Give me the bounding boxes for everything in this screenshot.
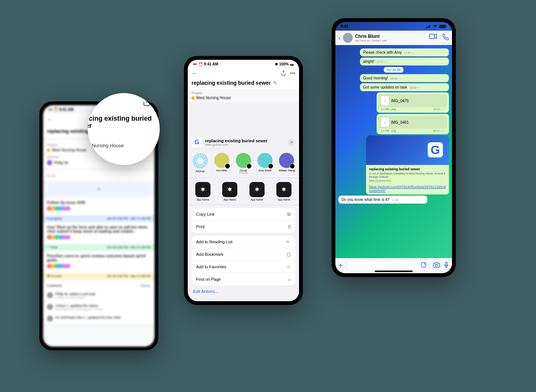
contact-sub[interactable]: tap here for contact info bbox=[355, 39, 387, 42]
task-item[interactable]: Prioritize users in sprint reviews outco… bbox=[43, 250, 154, 273]
status-bar: •••⏰9:41 AM ✱100%▬ bbox=[188, 60, 299, 68]
share-target[interactable]: Ken Mills bbox=[212, 153, 231, 174]
share-target[interactable]: Group2 People bbox=[234, 153, 252, 174]
action-icon: ⎙ bbox=[288, 224, 291, 229]
share-app[interactable]: App Name bbox=[218, 182, 242, 201]
contact-name[interactable]: Chris Blunt bbox=[355, 34, 387, 39]
share-app[interactable]: App Name bbox=[272, 182, 296, 201]
app-icon bbox=[222, 182, 237, 197]
edit-icon[interactable]: ✎ bbox=[273, 80, 277, 86]
todo-label: To-do bbox=[47, 174, 151, 177]
voice-call-icon[interactable] bbox=[442, 34, 449, 42]
sheet-action[interactable]: Print⎙ bbox=[192, 221, 295, 233]
share-app[interactable]: App Name bbox=[191, 182, 215, 201]
task-item[interactable]: Follow Up Issue #240 bbox=[43, 197, 154, 215]
sheet-action[interactable]: Add Bookmark▢ bbox=[192, 248, 295, 261]
share-icon[interactable] bbox=[281, 70, 286, 77]
comment-item[interactable]: On SubTask2 Mia C. updated the Due Date bbox=[43, 313, 154, 324]
page-title: replacing existing buried sewer ✎ bbox=[188, 78, 299, 89]
action-icon: ▢ bbox=[287, 252, 291, 257]
message-out[interactable]: Please check with Amy17:47✓✓ bbox=[360, 48, 449, 56]
task-status: ⦿ On holdOct 20 3:30 PM - Dec 9 4:30 PM bbox=[43, 273, 154, 279]
link-url[interactable]: https://gobuid.com/5476240/buckets/29791… bbox=[366, 184, 449, 194]
chat-header: ‹ Chris Blunt tap here for contact info bbox=[335, 31, 452, 45]
avatar bbox=[47, 160, 52, 165]
close-icon[interactable]: ✕ bbox=[288, 138, 295, 146]
link-image bbox=[366, 135, 449, 165]
more-icon[interactable]: ••• bbox=[156, 98, 160, 109]
message-input[interactable] bbox=[346, 260, 430, 271]
link-preview[interactable]: replacing existing buried sewer (1 out o… bbox=[366, 135, 449, 194]
sheet-action[interactable]: Find on Page⌕ bbox=[192, 273, 295, 285]
share-target[interactable]: William Wang bbox=[277, 153, 296, 174]
file-attachment[interactable]: ↓IMG_0481 2.8 MB · png10:15 ✓✓ bbox=[377, 114, 449, 134]
status-bar: 9:41 bbox=[335, 22, 452, 31]
message-out[interactable]: alright!17:47✓✓ bbox=[360, 58, 449, 65]
share-target[interactable]: Amy Shark bbox=[256, 153, 274, 174]
sheet-action[interactable]: Copy Link⧉ bbox=[192, 208, 295, 221]
svg-rect-4 bbox=[421, 263, 426, 267]
magnifier-overlay: •• ⏰ 9:41 AM✱ 100% ▬ ← ••• replacing exi… bbox=[88, 93, 160, 165]
camera-icon[interactable] bbox=[433, 262, 440, 270]
action-icon: ⌕ bbox=[288, 277, 291, 282]
task-item[interactable]: User filled up the form and able to save… bbox=[43, 222, 154, 244]
sheet-action[interactable]: Add to Favorites☆ bbox=[192, 261, 295, 273]
message-in[interactable]: Do you know what time is it?11:40 bbox=[338, 196, 427, 204]
app-icon bbox=[249, 182, 265, 197]
task-status: In progressOct 20 3:30 PM - Dec 9 4:30 P… bbox=[43, 215, 154, 222]
sheet-action[interactable]: Add to Reading Listᯅ bbox=[192, 236, 295, 248]
history-link[interactable]: History bbox=[140, 284, 151, 288]
phone-share-sheet: •••⏰9:41 AM ✱100%▬ ← ••• replacing exist… bbox=[184, 56, 303, 305]
share-app[interactable]: App Name bbox=[245, 182, 269, 201]
action-icon: ᯅ bbox=[286, 239, 291, 244]
home-indicator[interactable] bbox=[375, 271, 413, 272]
back-icon[interactable]: ← bbox=[192, 70, 198, 77]
svg-rect-3 bbox=[430, 34, 435, 39]
chat-body: Please check with Amy17:47✓✓ alright!17:… bbox=[335, 45, 452, 263]
download-icon[interactable]: ↓ bbox=[381, 118, 389, 127]
project-label: Project bbox=[188, 89, 299, 96]
more-icon[interactable]: ••• bbox=[290, 70, 295, 77]
app-icon bbox=[276, 182, 291, 197]
task-status: ✓ DoneOct 20 3:30 PM - Dec 9 4:30 PM bbox=[43, 244, 154, 250]
svg-point-5 bbox=[435, 264, 438, 266]
sheet-url: www.gobuid.com bbox=[205, 143, 285, 146]
app-logo-icon: G bbox=[192, 137, 202, 148]
add-task-button[interactable]: + bbox=[47, 183, 151, 195]
action-icon: ☆ bbox=[287, 264, 291, 269]
comment-label: Comment bbox=[47, 284, 62, 288]
comment-item[interactable]: Philip W. added a sub taskFollow Up Issu… bbox=[43, 290, 154, 302]
date-separator: Fri, Jul 26 bbox=[384, 67, 403, 73]
action-icon: ⧉ bbox=[287, 212, 291, 217]
sticker-icon[interactable] bbox=[421, 262, 427, 269]
mic-icon[interactable] bbox=[444, 262, 449, 270]
file-attachment[interactable]: ↓IMG_0475 2.4 MB · png10:15 ✓✓ bbox=[377, 92, 449, 113]
edit-actions-link[interactable]: Edit Actions... bbox=[188, 285, 299, 297]
phone-chat: 9:41 ‹ Chris Blunt tap here for contact … bbox=[332, 18, 456, 277]
message-out[interactable]: Got some updates on task10:10✓✓ bbox=[360, 83, 449, 91]
share-sheet: G replacing existing buried sewer www.go… bbox=[188, 133, 299, 301]
attach-icon[interactable]: + bbox=[338, 261, 343, 270]
app-icon bbox=[195, 182, 210, 197]
sheet-title: replacing existing buried sewer bbox=[205, 138, 285, 143]
svg-rect-1 bbox=[440, 25, 445, 28]
download-icon[interactable]: ↓ bbox=[381, 96, 389, 105]
back-icon[interactable]: ‹ bbox=[338, 34, 341, 42]
svg-rect-6 bbox=[446, 262, 447, 265]
video-call-icon[interactable] bbox=[429, 34, 437, 42]
share-target[interactable]: AirDrop bbox=[191, 153, 209, 174]
avatar[interactable] bbox=[343, 33, 353, 43]
back-icon[interactable]: ← bbox=[47, 116, 53, 123]
svg-rect-2 bbox=[446, 26, 447, 27]
message-out[interactable]: Good morning!10:10✓✓ bbox=[360, 74, 449, 82]
comment-item[interactable]: Amber L. updated the statuslaunching and… bbox=[43, 302, 154, 313]
